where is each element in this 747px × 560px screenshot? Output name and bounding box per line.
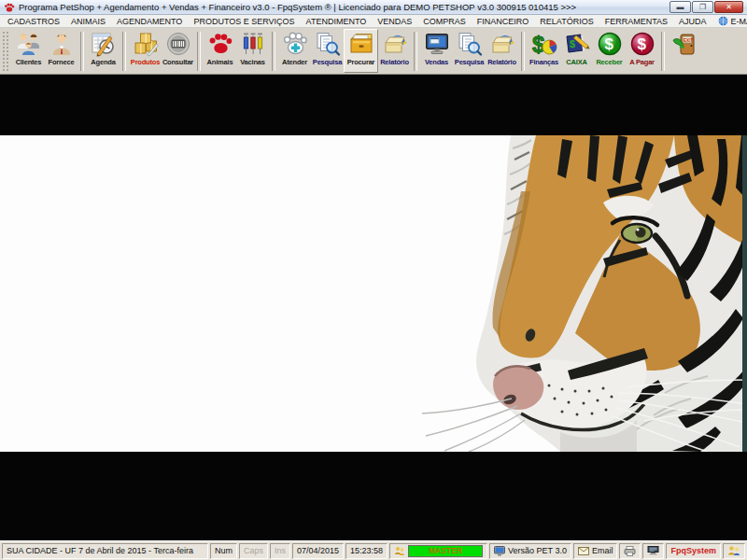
menu-produtos-servicos[interactable]: PRODUTOS E SERVIÇOS — [188, 17, 300, 26]
file-drawer-icon — [348, 31, 374, 57]
status-network-panel[interactable] — [642, 543, 664, 559]
status-version-label: Versão PET 3.0 — [508, 546, 567, 555]
svg-text:$: $ — [604, 35, 613, 53]
close-button[interactable]: ✕ — [714, 1, 743, 13]
printer-icon — [624, 546, 636, 556]
toolbar-button-agenda[interactable]: Agenda — [87, 30, 120, 72]
toolbar-button-pesquisa-vendas[interactable]: Pesquisa — [453, 30, 486, 72]
app-window: Programa PetShop + Agendamento + Vendas … — [0, 0, 747, 560]
status-time: 15:23:58 — [345, 543, 388, 559]
status-insert: Ins — [270, 543, 290, 559]
globe-icon — [718, 16, 728, 26]
toolbar-label: CAIXA — [566, 58, 586, 66]
restore-button[interactable]: ❐ — [692, 1, 713, 13]
menu-compras[interactable]: COMPRAS — [417, 17, 472, 26]
menu-atendimento[interactable]: ATENDIMENTO — [301, 17, 373, 26]
toolbar-label: Receber — [596, 58, 622, 66]
status-location: SUA CIDADE - UF 7 de Abril de 2015 - Ter… — [2, 543, 208, 559]
monitor-small-icon — [494, 546, 505, 556]
cashbook-icon: $ — [564, 31, 590, 57]
toolbar-button-caixa[interactable]: $ CAIXA — [560, 30, 593, 72]
toolbar-label: Agenda — [91, 58, 115, 66]
search-docs-icon — [457, 31, 483, 57]
supplier-icon — [49, 31, 75, 57]
splash-image-panel — [0, 135, 747, 452]
menu-agendamento[interactable]: AGENDAMENTO — [111, 17, 188, 26]
toolbar-label: Fornece — [49, 58, 75, 66]
menu-financeiro[interactable]: FINANCEIRO — [472, 17, 535, 26]
toolbar-label: Vacinas — [240, 58, 265, 66]
menu-ferramentas[interactable]: FERRAMENTAS — [599, 17, 673, 26]
svg-text:EXIT: EXIT — [684, 38, 693, 43]
toolbar-separator — [80, 32, 84, 71]
status-user-panel: MASTER — [389, 543, 487, 559]
monitor-icon — [424, 31, 450, 57]
syringes-icon — [240, 31, 266, 57]
paw-app-icon — [4, 2, 15, 13]
status-email-panel[interactable]: Email — [573, 543, 618, 559]
receive-dollar-icon: $ — [597, 31, 623, 57]
status-numlock: Num — [210, 543, 237, 559]
toolbar-button-financas[interactable]: $ Finanças — [528, 30, 560, 72]
status-version-panel: Versão PET 3.0 — [489, 543, 571, 559]
status-user-badge: MASTER — [408, 545, 483, 557]
toolbar-separator — [521, 32, 525, 71]
statusbar: SUA CIDADE - UF 7 de Abril de 2015 - Ter… — [0, 540, 747, 560]
toolbar-label: Animais — [207, 58, 233, 66]
menu-relatorios[interactable]: RELATÓRIOS — [534, 17, 599, 26]
toolbar-button-relatorio-atendimento[interactable]: Relatório — [378, 30, 411, 72]
red-paw-icon — [207, 31, 233, 57]
exit-door-icon: EXIT — [671, 31, 698, 57]
toolbar-separator — [414, 32, 417, 71]
toolbar: Clientes Fornece Agenda — [0, 28, 747, 75]
menu-vendas[interactable]: VENDAS — [372, 17, 417, 26]
mdi-client-area — [0, 75, 747, 540]
attend-paw-cross-icon — [282, 31, 308, 57]
toolbar-button-atender[interactable]: Atender — [278, 30, 311, 72]
report-box-icon — [382, 31, 408, 57]
svg-text:$: $ — [637, 35, 646, 53]
toolbar-button-vendas[interactable]: Vendas — [420, 30, 453, 72]
toolbar-label: A Pagar — [629, 58, 655, 66]
toolbar-button-receber[interactable]: $ Receber — [593, 30, 626, 72]
svg-text:$: $ — [570, 38, 575, 49]
envelope-icon — [578, 547, 589, 555]
status-brand-panel: FpqSystem — [666, 543, 721, 559]
toolbar-label: Consultar — [162, 58, 193, 66]
window-title: Programa PetShop + Agendamento + Vendas … — [19, 2, 669, 12]
toolbar-button-clientes[interactable]: Clientes — [12, 30, 45, 72]
products-icon — [133, 31, 159, 57]
toolbar-button-procurar[interactable]: Procurar — [344, 29, 378, 73]
report-box-icon — [489, 31, 515, 57]
user-key-icon — [394, 546, 405, 556]
toolbar-button-relatorio-vendas[interactable]: Relatório — [486, 30, 518, 72]
toolbar-label: Atender — [282, 58, 307, 66]
toolbar-separator — [197, 32, 201, 71]
toolbar-button-a-pagar[interactable]: $ A Pagar — [626, 30, 658, 72]
toolbar-label: Pesquisa — [313, 58, 342, 66]
menu-cadastros[interactable]: CADASTROS — [2, 17, 65, 26]
toolbar-button-produtos[interactable]: Produtos — [129, 30, 162, 72]
toolbar-label: Produtos — [131, 58, 160, 66]
menu-email[interactable]: E-MAIL — [712, 16, 747, 26]
menu-email-label: E-MAIL — [731, 17, 747, 26]
toolbar-label: Clientes — [16, 58, 42, 66]
agenda-icon — [91, 31, 117, 57]
menu-animais[interactable]: ANIMAIS — [65, 17, 111, 26]
toolbar-label: Pesquisa — [455, 58, 484, 66]
status-date: 07/04/2015 — [292, 543, 344, 559]
titlebar: Programa PetShop + Agendamento + Vendas … — [0, 0, 747, 15]
toolbar-button-vacinas[interactable]: Vacinas — [236, 30, 269, 72]
barcode-icon — [165, 31, 191, 57]
toolbar-label: Finanças — [529, 58, 558, 66]
toolbar-button-pesquisa-atendimento[interactable]: Pesquisa — [311, 30, 344, 72]
toolbar-button-animais[interactable]: Animais — [204, 30, 236, 72]
status-printer-panel[interactable] — [619, 543, 641, 559]
toolbar-button-fornecedor[interactable]: Fornece — [45, 30, 78, 72]
toolbar-label: Relatório — [380, 58, 409, 66]
pay-dollar-icon: $ — [629, 31, 655, 57]
toolbar-button-consultar[interactable]: Consultar — [162, 30, 194, 72]
menu-ajuda[interactable]: AJUDA — [673, 17, 712, 26]
minimize-button[interactable]: ▬ — [669, 1, 691, 13]
toolbar-button-exit[interactable]: EXIT — [668, 30, 700, 72]
